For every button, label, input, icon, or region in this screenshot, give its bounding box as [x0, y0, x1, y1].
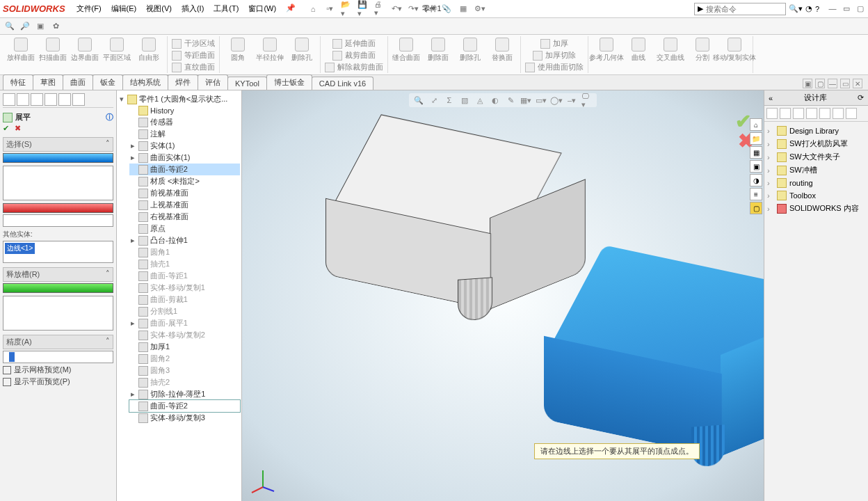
- dl-collapse-icon[interactable]: «: [769, 94, 773, 102]
- qa-zoomfit-icon[interactable]: 🔎: [19, 21, 31, 32]
- tree-item[interactable]: 曲面实体(1): [150, 152, 190, 163]
- graphics-viewport[interactable]: 🔍 ⤢ Σ ▧ ◬ ◐ ✎ ▦▾ ▭▾ ◯▾ –▾ 🖵▾ ✔ ✖ ⌂ 📁 ▦ ▣…: [242, 90, 764, 501]
- dl-twisty[interactable]: ›: [767, 127, 774, 135]
- vp-close-icon[interactable]: ✕: [853, 79, 862, 88]
- tree-item[interactable]: 前视基准面: [150, 188, 188, 198]
- search-input[interactable]: [706, 5, 782, 13]
- dl-twisty[interactable]: ›: [767, 153, 774, 161]
- pm-vertex-field[interactable]: [3, 214, 113, 227]
- print-icon[interactable]: 🖨▾: [373, 3, 386, 15]
- tree-twisty[interactable]: ▸: [129, 236, 136, 245]
- pm-tab2-icon[interactable]: [17, 93, 29, 106]
- ribbon-intersect[interactable]: 交叉曲线: [657, 38, 684, 63]
- tree-item[interactable]: 右视基准面: [150, 212, 188, 222]
- tree-item[interactable]: 切除-拉伸-薄壁1: [150, 389, 205, 399]
- tp-forum-icon[interactable]: ▢: [750, 202, 762, 214]
- new-icon[interactable]: ▫▾: [323, 3, 336, 15]
- dl-twisty[interactable]: ›: [767, 140, 774, 148]
- pm-tab6-icon[interactable]: [72, 93, 85, 106]
- hud-scene-icon[interactable]: ◐: [490, 95, 501, 106]
- hud-section-icon[interactable]: ▧: [459, 95, 470, 106]
- pm-relief-color[interactable]: [3, 283, 113, 293]
- dl-twisty[interactable]: ›: [767, 205, 774, 213]
- menu-edit[interactable]: 编辑(E): [107, 2, 141, 15]
- dl-twisty[interactable]: ›: [767, 179, 774, 187]
- triad-icon[interactable]: [249, 466, 277, 494]
- maximize-icon[interactable]: ▢: [855, 4, 865, 13]
- ribbon-planar[interactable]: 平面区域: [103, 38, 131, 63]
- tree-item[interactable]: 圆角1: [150, 247, 170, 257]
- qa-gear-icon[interactable]: ✿: [50, 21, 61, 32]
- tree-item[interactable]: 圆角3: [150, 365, 170, 376]
- pm-face-list[interactable]: [3, 166, 113, 200]
- vp-min-icon[interactable]: —: [828, 79, 837, 88]
- dl-twisty[interactable]: ›: [767, 191, 774, 200]
- tree-item[interactable]: 曲面-剪裁1: [150, 294, 188, 305]
- tree-twisty[interactable]: ▸: [129, 153, 136, 162]
- ribbon-thicken[interactable]: 加厚: [540, 38, 568, 49]
- pm-vertex-color[interactable]: [3, 203, 113, 213]
- pm-edge-list[interactable]: 边线<1>: [3, 241, 113, 263]
- tree-item[interactable]: 圆角2: [150, 353, 170, 364]
- dl-add-icon[interactable]: [793, 108, 804, 119]
- hud-display-icon[interactable]: ◬: [474, 95, 485, 106]
- menu-tools[interactable]: 工具(T): [209, 2, 243, 15]
- tree-item[interactable]: 加厚1: [150, 342, 170, 352]
- home-icon[interactable]: ⌂: [307, 3, 319, 15]
- ribbon-freeform[interactable]: 自由形: [135, 38, 163, 63]
- pm-face-color[interactable]: [3, 153, 113, 163]
- pm-relief-list[interactable]: [3, 296, 113, 331]
- restore-icon[interactable]: ▭: [842, 4, 851, 13]
- model-white[interactable]: [326, 118, 576, 327]
- pm-accuracy-slider[interactable]: [3, 351, 113, 363]
- tab-cadlink[interactable]: CAD Link v16: [312, 77, 373, 90]
- open-icon[interactable]: 📂▾: [340, 3, 353, 15]
- tab-bsb[interactable]: 博士钣金: [266, 74, 312, 90]
- options-icon[interactable]: ⚙▾: [474, 3, 486, 15]
- dl-twisty[interactable]: ›: [767, 166, 774, 175]
- tab-weldments[interactable]: 焊件: [168, 74, 198, 90]
- save-icon[interactable]: 💾▾: [357, 3, 369, 15]
- dl-pin2-icon[interactable]: [833, 108, 844, 119]
- pm-cancel-button[interactable]: ✖: [15, 124, 21, 133]
- tp-appearance-icon[interactable]: ◑: [750, 174, 762, 186]
- ribbon-delhole2[interactable]: 删除孔: [456, 38, 484, 63]
- ribbon-ruled-surf[interactable]: 直纹曲面: [172, 61, 215, 73]
- tree-item[interactable]: 实体-移动/复制3: [150, 413, 205, 423]
- pm-tab4-icon[interactable]: [45, 93, 57, 106]
- dl-item[interactable]: SW大文件夹子: [789, 152, 840, 162]
- menu-view[interactable]: 视图(V): [142, 2, 176, 15]
- ribbon-delface[interactable]: 删除面: [424, 38, 452, 63]
- dl-more-icon[interactable]: [846, 108, 857, 119]
- ribbon-untrim[interactable]: 解除裁剪曲面: [325, 61, 383, 73]
- hud-apply-icon[interactable]: ◯▾: [551, 95, 562, 106]
- dl-fwd-icon[interactable]: [780, 108, 791, 119]
- tp-home-icon[interactable]: ⌂: [750, 118, 762, 131]
- qa-window-icon[interactable]: ▣: [35, 21, 46, 32]
- dl-home2-icon[interactable]: [806, 108, 817, 119]
- tp-folder-icon[interactable]: 📁: [750, 132, 762, 145]
- ribbon-boundary[interactable]: 边界曲面: [71, 38, 99, 63]
- tree-item[interactable]: 材质 <未指定>: [150, 176, 200, 186]
- pm-relief-header[interactable]: 释放槽(R): [6, 269, 40, 280]
- dl-back-icon[interactable]: [766, 108, 778, 119]
- tree-item[interactable]: 实体-移动/复制1: [150, 283, 205, 293]
- undo-icon[interactable]: ↶▾: [390, 3, 403, 15]
- tab-structure[interactable]: 结构系统: [122, 74, 168, 90]
- feature-tree[interactable]: ▾零件1 (大圆角<显示状态... History传感器注解▸实体(1)▸曲面实…: [117, 90, 242, 501]
- hud-view-icon[interactable]: Σ: [444, 95, 455, 106]
- hud-annot-icon[interactable]: ▭▾: [536, 95, 547, 106]
- hud-edit-icon[interactable]: ✎: [505, 95, 516, 106]
- ribbon-rad-ext[interactable]: 半径拉伸: [256, 38, 284, 63]
- tree-twisty[interactable]: ▸: [129, 141, 136, 150]
- model-blue[interactable]: [541, 250, 764, 473]
- tab-evaluate[interactable]: 评估: [198, 74, 228, 90]
- tp-lib-icon[interactable]: ▦: [750, 146, 762, 159]
- dl-item[interactable]: routing: [789, 179, 813, 187]
- tree-item[interactable]: 实体-移动/复制2: [150, 330, 205, 340]
- tree-item[interactable]: 分割线1: [150, 306, 177, 317]
- pm-select-header[interactable]: 选择(S): [6, 139, 32, 150]
- ribbon-interfere[interactable]: 干涉区域: [172, 38, 215, 49]
- dl-item[interactable]: SW打火机防风罩: [789, 138, 848, 149]
- vp-max-icon[interactable]: ▭: [840, 79, 850, 88]
